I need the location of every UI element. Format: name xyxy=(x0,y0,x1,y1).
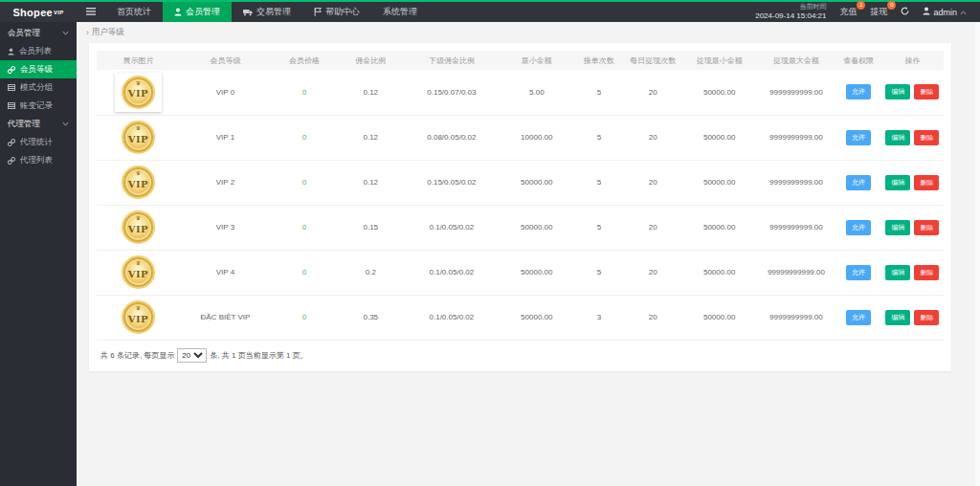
daily-withdraw-count-cell: 20 xyxy=(624,160,682,205)
edit-button[interactable]: 编辑 xyxy=(885,130,910,145)
sidebar-item-balance-records[interactable]: 账变记录 xyxy=(0,97,77,115)
vip-coin-image: VIP xyxy=(122,121,155,154)
allow-button[interactable]: 允许 xyxy=(846,130,871,145)
recharge-badge: 1 xyxy=(857,1,865,10)
delete-button[interactable]: 删除 xyxy=(914,130,939,145)
sidebar-group-agent-management[interactable]: 代理管理 xyxy=(0,115,77,133)
commission-cell: 0.12 xyxy=(338,160,404,205)
edit-button[interactable]: 编辑 xyxy=(885,220,910,235)
delete-button[interactable]: 删除 xyxy=(914,310,939,325)
vip-coin-image: VIP xyxy=(115,73,162,112)
pagination-prefix: 共 6 条记录, 每页显示 xyxy=(100,350,174,361)
min-amount-cell: 50000.00 xyxy=(500,295,574,340)
nav-item-home-stats[interactable]: 首页统计 xyxy=(105,2,163,22)
level-cell: ĐẶC BIỆT VIP xyxy=(180,295,271,340)
nav-home-label: 首页统计 xyxy=(117,6,151,18)
col-header-max-withdraw: 提现最大金额 xyxy=(757,51,835,70)
person-icon xyxy=(174,8,182,16)
col-header-view-permission: 查看权限 xyxy=(835,51,881,70)
member-level-card: 展示图片 会员等级 会员价格 佣金比例 下级佣金比例 最小金额 接单次数 每日提… xyxy=(89,43,951,371)
table-row: VIP VIP 2 0 0.12 0.15/0.05/0.02 50000.00… xyxy=(97,160,944,205)
logo-text: Shopee xyxy=(12,7,53,18)
permission-cell: 允许 xyxy=(835,115,881,160)
breadcrumb: › 用户等级 xyxy=(77,22,980,43)
recharge-label: 充值 xyxy=(839,6,857,18)
sidebar-agent-list-label: 代理列表 xyxy=(20,155,53,166)
daily-withdraw-count-cell: 20 xyxy=(624,250,682,295)
nav-item-member-management[interactable]: 会员管理 xyxy=(163,2,232,22)
min-amount-cell: 50000.00 xyxy=(500,160,574,205)
delete-button[interactable]: 删除 xyxy=(914,84,939,99)
sidebar-member-list-label: 会员列表 xyxy=(19,46,52,57)
link-icon xyxy=(8,139,15,146)
app-logo: ShopeeVIP xyxy=(0,2,77,22)
max-withdraw-cell: 9999999999.00 xyxy=(757,205,835,250)
level-cell: VIP 2 xyxy=(180,160,271,205)
allow-button[interactable]: 允许 xyxy=(846,220,871,235)
max-withdraw-cell: 99999999999.00 xyxy=(757,250,835,295)
max-withdraw-cell: 9999999999.00 xyxy=(757,115,835,160)
permission-cell: 允许 xyxy=(835,250,881,295)
actions-cell: 编辑删除 xyxy=(881,295,944,340)
edit-button[interactable]: 编辑 xyxy=(885,265,910,280)
table-body: VIP VIP 0 0 0.12 0.15/0.07/0.03 5.00 5 2… xyxy=(97,70,944,340)
nav-item-help-center[interactable]: 帮助中心 xyxy=(302,2,371,22)
vip-coin-icon: VIP xyxy=(122,121,155,154)
actions-cell: 编辑删除 xyxy=(881,205,944,250)
chevron-up-icon xyxy=(960,8,967,17)
min-amount-cell: 10000.00 xyxy=(500,115,574,160)
allow-button[interactable]: 允许 xyxy=(846,175,871,190)
commission-cell: 0.12 xyxy=(338,70,404,115)
sidebar-item-member-level[interactable]: 会员等级 xyxy=(0,60,77,78)
allow-button[interactable]: 允许 xyxy=(846,310,871,325)
sidebar-item-agent-list[interactable]: 代理列表 xyxy=(0,151,77,169)
sidebar-toggle-button[interactable] xyxy=(77,2,105,22)
table-row: VIP VIP 3 0 0.15 0.1/0.05/0.02 50000.00 … xyxy=(97,205,944,250)
table-header-row: 展示图片 会员等级 会员价格 佣金比例 下级佣金比例 最小金额 接单次数 每日提… xyxy=(97,51,944,70)
sub-commission-cell: 0.08/0.05/0.02 xyxy=(404,115,500,160)
delete-button[interactable]: 删除 xyxy=(914,175,939,190)
edit-button[interactable]: 编辑 xyxy=(885,175,910,190)
level-image-cell: VIP xyxy=(97,250,180,295)
page-size-select[interactable]: 20 xyxy=(177,348,207,363)
vip-coin-icon: VIP xyxy=(122,210,155,244)
level-cell: VIP 1 xyxy=(180,115,271,160)
daily-withdraw-count-cell: 20 xyxy=(624,70,682,115)
col-header-min-withdraw: 提现最小金额 xyxy=(682,51,757,70)
scrollbar[interactable] xyxy=(975,22,980,486)
sidebar-item-agent-stats[interactable]: 代理统计 xyxy=(0,133,77,151)
edit-button[interactable]: 编辑 xyxy=(885,84,910,99)
nav-transaction-label: 交易管理 xyxy=(256,6,291,18)
recharge-button[interactable]: 充值 1 xyxy=(839,6,857,18)
nav-item-transaction-management[interactable]: 交易管理 xyxy=(232,2,302,22)
price-cell: 0 xyxy=(271,115,337,160)
sidebar-item-member-list[interactable]: 会员列表 xyxy=(0,42,77,60)
allow-button[interactable]: 允许 xyxy=(846,84,871,99)
col-header-commission: 佣金比例 xyxy=(338,51,404,70)
price-cell: 0 xyxy=(271,70,337,115)
actions-cell: 编辑删除 xyxy=(881,115,944,160)
withdraw-button[interactable]: 提现 0 xyxy=(870,6,887,18)
delete-button[interactable]: 删除 xyxy=(914,265,939,280)
sub-commission-cell: 0.1/0.05/0.02 xyxy=(404,205,500,250)
refresh-button[interactable] xyxy=(901,7,909,17)
nav-item-system-management[interactable]: 系统管理 xyxy=(371,2,429,22)
sidebar: 会员管理 会员列表 会员等级 模式分组 账 xyxy=(0,22,77,486)
table-icon xyxy=(8,84,15,91)
allow-button[interactable]: 允许 xyxy=(846,265,871,280)
refresh-icon xyxy=(901,7,909,17)
col-header-sub-commission: 下级佣金比例 xyxy=(404,51,500,70)
user-menu[interactable]: admin xyxy=(923,7,967,17)
edit-button[interactable]: 编辑 xyxy=(885,310,910,325)
sidebar-item-mode-group[interactable]: 模式分组 xyxy=(0,78,77,97)
nav-help-label: 帮助中心 xyxy=(325,6,360,18)
nav-system-label: 系统管理 xyxy=(383,6,417,18)
vip-coin-icon: VIP xyxy=(122,300,155,334)
delete-button[interactable]: 删除 xyxy=(914,220,939,235)
permission-cell: 允许 xyxy=(835,205,881,250)
sub-commission-cell: 0.15/0.07/0.03 xyxy=(404,70,500,115)
chevron-down-icon xyxy=(62,122,69,126)
sidebar-balance-records-label: 账变记录 xyxy=(20,100,53,112)
sidebar-group-member-management[interactable]: 会员管理 xyxy=(0,24,77,42)
van-icon xyxy=(243,9,253,16)
